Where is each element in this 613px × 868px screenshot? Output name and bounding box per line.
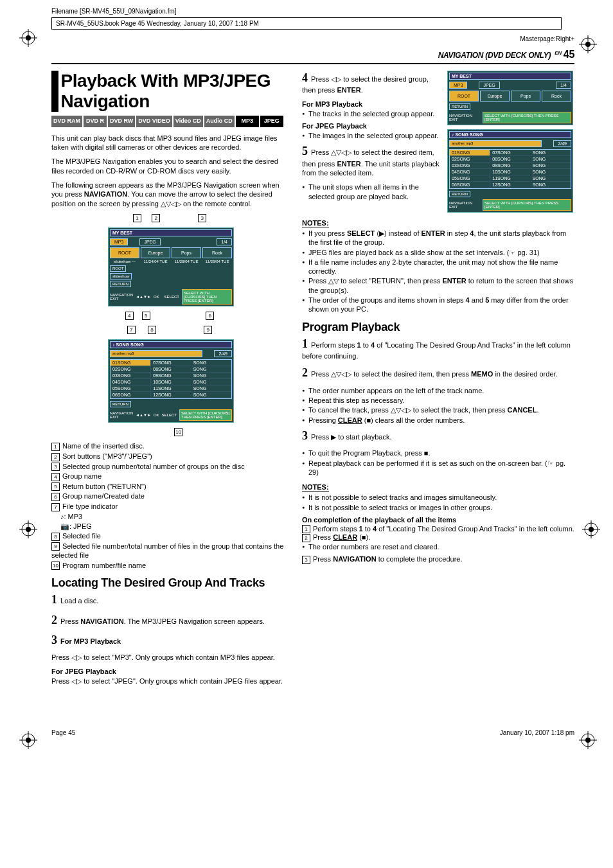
osd-file-row[interactable]: 01SONG <box>111 360 151 366</box>
step-3-head: 3 For MP3 Playback <box>51 633 290 648</box>
svg-point-3 <box>26 35 31 40</box>
prog-step3-notes: To quit the Program Playback, press ■. R… <box>302 448 574 477</box>
osd-file-label: SONG <box>191 366 231 373</box>
osd-nav-exit: NAVIGATION EXIT <box>110 293 133 301</box>
legend-item: Return button ("RETURN") <box>62 483 147 490</box>
intro-p1: This unit can play back discs that MP3 s… <box>51 134 290 152</box>
osd-file[interactable]: 11SONG <box>490 175 530 182</box>
osd-file-label: SONG <box>531 156 571 163</box>
osd-group[interactable]: Pops <box>172 247 201 258</box>
legend-item: Name of the inserted disc. <box>62 442 145 450</box>
notes-list: If you press SELECT (▶) instead of ENTER… <box>302 229 574 314</box>
osd-file-row[interactable]: 02SONG <box>111 366 151 373</box>
badge-jpeg: JPEG <box>260 116 283 127</box>
notes-heading: NOTES: <box>302 483 329 492</box>
osd-group-root[interactable]: ROOT <box>110 247 139 258</box>
osd-file-row[interactable]: 08SONG <box>151 366 191 373</box>
osd-group[interactable]: Europe <box>480 91 510 102</box>
osd-file[interactable]: 10SONG <box>490 169 530 175</box>
legend-sub-mp3: ♪: MP3 <box>51 512 290 521</box>
osd-file-row[interactable]: 04SONG <box>111 379 151 385</box>
osd-file-row[interactable]: 10SONG <box>151 379 191 385</box>
step-3-body: Press ◁▷ to select "MP3". Only groups wh… <box>51 653 290 662</box>
osd-file-label: SONG <box>531 150 571 156</box>
crop-mark-icon <box>19 520 37 538</box>
osd-file-row[interactable]: 07SONG <box>151 360 191 366</box>
svg-point-11 <box>26 527 31 532</box>
legend-sub-jpeg: 📷: JPEG <box>51 522 290 531</box>
book-header-bar: SR-MV45_55US.book Page 45 Wednesday, Jan… <box>51 17 562 30</box>
crop-mark-icon <box>579 35 597 53</box>
prog-step-3: 3 Press ▶ to start playback. <box>302 429 574 443</box>
osd-file[interactable]: 08SONG <box>490 156 530 163</box>
osd-file[interactable]: 02SONG <box>450 156 490 163</box>
osd-file[interactable]: 05SONG <box>450 175 490 182</box>
osd-file-page: 2/49 <box>553 140 571 147</box>
crop-mark-icon <box>19 29 37 47</box>
main-title-text: Playback With MP3/JPEG Navigation <box>61 71 290 112</box>
notes-heading: NOTES: <box>302 219 329 227</box>
osd1-callouts-bottom: 4 5 6 <box>51 312 290 321</box>
section-header: NAVIGATION (DVD DECK ONLY) EN 45 <box>51 49 574 60</box>
osd-file[interactable]: 01SONG <box>450 150 490 156</box>
legend-item: Selected group number/total number of gr… <box>62 463 245 470</box>
badge-acd: Audio CD <box>204 116 235 127</box>
osd-hint: SELECT WITH [CURSORS] THEN PRESS [ENTER] <box>182 289 232 305</box>
legend-item: Group name <box>62 472 102 480</box>
osd-file-row[interactable]: 12SONG <box>151 392 191 398</box>
legend-item: Group name/Created date <box>62 492 145 500</box>
osd-return-button[interactable]: RETURN <box>110 401 131 407</box>
osd-file-row[interactable]: 05SONG <box>111 385 151 392</box>
osd-group[interactable]: Rock <box>542 91 571 102</box>
osd-file-label: SONG <box>191 385 231 392</box>
osd-tab-jpeg[interactable]: JPEG <box>139 238 160 245</box>
lang-code: EN <box>555 50 562 56</box>
masterpage-label: Masterpage:Right+ <box>520 35 574 42</box>
main-title: Playback With MP3/JPEG Navigation <box>51 71 290 112</box>
step-5-note: The unit stops when all items in the sel… <box>302 182 574 201</box>
osd-file-row[interactable]: 06SONG <box>111 392 151 398</box>
intro-p3: The following screen appears as the MP3/… <box>51 181 290 208</box>
badge-vcd: Video CD <box>173 116 203 127</box>
osd-file[interactable]: 07SONG <box>490 150 530 156</box>
completion-steps: 1Perform steps 1 to 4 of "Locating The D… <box>302 525 574 564</box>
legend-item: Selected file number/total number of fil… <box>51 542 283 560</box>
osd-tab-mp3[interactable]: MP3 <box>110 238 128 245</box>
osd-group[interactable]: ROOT <box>449 91 479 102</box>
osd-disc-name: MY BEST <box>449 73 571 80</box>
osd-group[interactable]: Pops <box>511 91 540 102</box>
osd1-callouts-top: 1 2 3 <box>51 213 290 222</box>
osd-screen-groups: MY BEST MP3 JPEG 1/4 ROOT Europe Pops Ro… <box>108 227 234 306</box>
osd-return-button[interactable]: RETURN <box>110 281 131 287</box>
osd-file[interactable]: 03SONG <box>450 163 490 169</box>
step-2: 2 Press NAVIGATION. The MP3/JPEG Navigat… <box>51 613 290 628</box>
filename-label: Filename [SR-MV45_55U_09Navigation.fm] <box>51 8 574 15</box>
osd-file-row[interactable]: 11SONG <box>151 385 191 392</box>
osd-file-row[interactable]: 09SONG <box>151 373 191 379</box>
program-heading: Program Playback <box>302 321 574 334</box>
osd-disc-name: MY BEST <box>110 229 232 236</box>
completion-heading: On completion of the playback of all the… <box>302 516 574 524</box>
crop-mark-icon <box>579 731 597 749</box>
osd-file-row[interactable]: 03SONG <box>111 373 151 379</box>
badge-mp3: MP3 <box>236 116 259 127</box>
osd-file[interactable]: 04SONG <box>450 169 490 175</box>
osd-tab-jpeg[interactable]: JPEG <box>479 82 499 89</box>
step-3-jpeg-head: For JPEG Playback <box>51 668 290 675</box>
legend-item: File type indicator <box>62 502 118 510</box>
prog-notes: It is not possible to select tracks and … <box>302 493 574 512</box>
osd-tab-mp3[interactable]: MP3 <box>449 82 467 89</box>
osd-file-label: SONG <box>191 360 231 366</box>
osd-date: 11/28/04 TUE <box>172 260 201 263</box>
osd-date: slideshow — <box>110 260 139 263</box>
osd-group[interactable]: Rock <box>202 247 232 258</box>
badge-dvdram: DVD RAM <box>51 116 82 127</box>
step-3-jpeg-body: Press ◁▷ to select "JPEG". Only groups w… <box>51 677 290 686</box>
osd-group[interactable]: Europe <box>141 247 170 258</box>
prog-step-1: 1 Perform steps 1 to 4 of "Locating The … <box>302 337 574 361</box>
osd-file[interactable]: 09SONG <box>490 163 530 169</box>
legend-list: 1Name of the inserted disc. 2Sort button… <box>51 441 290 570</box>
osd-nav-exit: NAVIGATION EXIT <box>110 411 133 419</box>
osd-file-label: SONG <box>191 373 231 379</box>
osd-file-label: SONG <box>531 175 571 182</box>
